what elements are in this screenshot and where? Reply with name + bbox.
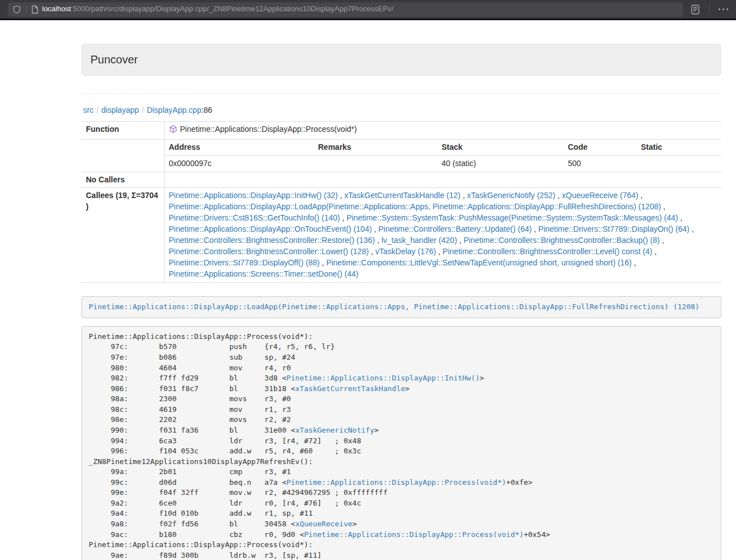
callee-link[interactable]: Pinetime::Controllers::BrightnessControl… <box>442 247 652 256</box>
window-edge <box>0 19 736 20</box>
asm-symbol-link[interactable]: xTaskGetCurrentTaskHandle <box>295 384 405 393</box>
url-bar[interactable]: localhost:5000/path/src/displayapp/Displ… <box>8 2 683 17</box>
function-name: Pinetime::Applications::DisplayApp::Proc… <box>180 125 357 134</box>
breadcrumb: src/displayapp/DisplayApp.cpp:86 <box>83 105 721 116</box>
url-host: localhost <box>42 4 71 13</box>
detail-header-row: Address Remarks Stack Code Static <box>164 140 722 155</box>
symbol-table: Function Pinetime::Applications::Display… <box>81 121 721 283</box>
highlighted-symbol-box: Pinetime::Applications::DisplayApp::Load… <box>81 296 721 318</box>
page-title: Puncover <box>90 53 138 66</box>
callee-link[interactable]: Pinetime::Controllers::Battery::Update()… <box>378 224 532 233</box>
callee-link[interactable]: Pinetime::System::SystemTask::PushMessag… <box>346 213 678 222</box>
asm-symbol-link[interactable]: Pinetime::Applications::DisplayApp::Proc… <box>286 478 506 486</box>
callee-link[interactable]: xTaskGenericNotify (252) <box>467 191 555 200</box>
load-app-link[interactable]: Pinetime::Applications::DisplayApp::Load… <box>89 302 700 311</box>
value-static <box>637 155 722 171</box>
function-row: Function Pinetime::Applications::Display… <box>81 121 721 139</box>
value-address: 0x0000097c <box>164 155 314 171</box>
app-header: Puncover <box>81 44 721 76</box>
breadcrumb-separator: / <box>94 105 102 114</box>
breadcrumb-link-file[interactable]: DisplayApp.cpp <box>147 105 201 114</box>
callees-row: Callees (19, Σ=3704 ) Pinetime::Applicat… <box>81 188 721 283</box>
asm-symbol-link[interactable]: Pinetime::Applications::DisplayApp::Proc… <box>304 530 524 539</box>
callee-link[interactable]: Pinetime::Applications::DisplayApp::Init… <box>169 191 338 200</box>
callee-link[interactable]: xTaskGetCurrentTaskHandle (12) <box>344 191 460 200</box>
reader-mode-icon[interactable] <box>688 2 703 17</box>
callers-row: No Callers <box>81 172 721 188</box>
callee-link[interactable]: Pinetime::Drivers::St7789::DisplayOn() (… <box>538 224 689 233</box>
callers-label: No Callers <box>81 172 164 188</box>
breadcrumb-link-src[interactable]: src <box>83 105 94 114</box>
col-static: Static <box>637 140 722 155</box>
asm-symbol-link[interactable]: xTaskGenericNotify <box>295 426 374 434</box>
callee-link[interactable]: Pinetime::Applications::DisplayApp::OnTo… <box>169 224 372 233</box>
page-icon[interactable] <box>31 5 39 14</box>
col-remarks: Remarks <box>314 140 437 155</box>
col-stack: Stack <box>437 140 564 155</box>
value-remarks <box>314 155 437 171</box>
callees-label: Callees (19, Σ=3704 ) <box>81 188 164 283</box>
page-content: Puncover src/displayapp/DisplayApp.cpp:8… <box>81 44 721 560</box>
asm-symbol-link[interactable]: xQueueReceive <box>295 520 353 528</box>
function-detail-row: Address Remarks Stack Code Static 0x0000… <box>81 139 721 172</box>
detail-value-row: 0x0000097c 40 (static) 500 <box>164 155 722 171</box>
function-cube-icon <box>169 125 177 137</box>
callees-list: Pinetime::Applications::DisplayApp::Init… <box>164 188 721 283</box>
callee-link[interactable]: Pinetime::Controllers::BrightnessControl… <box>169 236 375 245</box>
callee-link[interactable]: xQueueReceive (764) <box>562 191 638 200</box>
callee-link[interactable]: Pinetime::Components::LittleVgl::SetNewT… <box>326 258 632 267</box>
col-code: Code <box>564 140 637 155</box>
url-path: :5000/path/src/displayapp/DisplayApp.cpp… <box>71 4 394 13</box>
callee-link[interactable]: Pinetime::Controllers::BrightnessControl… <box>464 236 660 245</box>
divider <box>81 93 721 94</box>
callee-link[interactable]: Pinetime::Drivers::St7789::DisplayOff() … <box>169 258 320 267</box>
value-code: 500 <box>564 155 637 171</box>
callee-link[interactable]: Pinetime::Applications::DisplayApp::Load… <box>169 202 661 211</box>
browser-toolbar: localhost:5000/path/src/displayapp/Displ… <box>0 0 736 19</box>
disassembly-block: Pinetime::Applications::DisplayApp::Proc… <box>81 326 721 560</box>
toolbar-separator <box>709 4 710 15</box>
callee-link[interactable]: vTaskDelay (176) <box>376 247 436 256</box>
asm-symbol-link[interactable]: Pinetime::Applications::DisplayApp::Init… <box>286 374 479 382</box>
url-text: localhost:5000/path/src/displayapp/Displ… <box>42 4 394 15</box>
value-stack: 40 (static) <box>437 155 564 171</box>
callee-link[interactable]: lv_task_handler (420) <box>381 236 457 245</box>
function-detail-table: Address Remarks Stack Code Static 0x0000… <box>164 140 722 172</box>
function-row-label: Function <box>81 121 164 139</box>
urlbar-separator <box>26 4 26 14</box>
callee-link[interactable]: Pinetime::Applications::Screens::Timer::… <box>169 269 359 278</box>
breadcrumb-line-number: :86 <box>202 105 212 114</box>
tracking-shield-icon[interactable] <box>12 5 21 14</box>
callee-link[interactable]: Pinetime::Controllers::BrightnessControl… <box>169 247 369 256</box>
breadcrumb-link-displayapp[interactable]: displayapp <box>102 105 139 114</box>
menu-button[interactable] <box>715 8 732 11</box>
callee-link[interactable]: Pinetime::Drivers::Cst816S::GetTouchInfo… <box>169 213 340 222</box>
breadcrumb-separator: / <box>139 105 147 114</box>
col-address: Address <box>164 140 314 155</box>
